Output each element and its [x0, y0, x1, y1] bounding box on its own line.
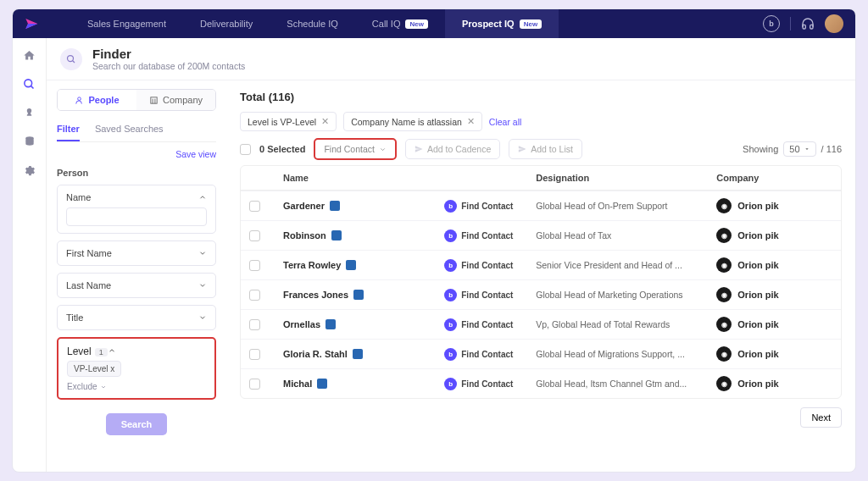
find-contact-row-button[interactable]: bFind Contact	[444, 318, 529, 331]
company-logo-icon: ◉	[716, 257, 732, 273]
row-name[interactable]: Frances Jones	[283, 290, 437, 300]
row-company[interactable]: ◉Orion pik	[716, 317, 832, 332]
selected-count: 0 Selected	[259, 144, 305, 154]
level-filter[interactable]: Level1 VP-Level x Exclude	[57, 337, 216, 400]
find-contact-row-button[interactable]: bFind Contact	[444, 229, 529, 242]
finder-icon	[60, 48, 82, 70]
find-contact-row-button[interactable]: bFind Contact	[444, 200, 529, 213]
filter-tab[interactable]: Filter	[57, 118, 80, 141]
row-name[interactable]: Gloria R. Stahl	[283, 349, 437, 359]
headset-icon[interactable]	[801, 17, 815, 30]
linkedin-icon[interactable]	[326, 319, 336, 329]
save-view-link[interactable]: Save view	[57, 149, 216, 159]
row-name[interactable]: Terra Rowley	[283, 260, 437, 270]
clear-all-link[interactable]: Clear all	[489, 117, 522, 127]
remove-chip-icon[interactable]: ✕	[467, 116, 475, 127]
database-icon[interactable]	[23, 135, 36, 148]
linkedin-icon[interactable]	[346, 260, 356, 270]
svg-point-5	[78, 97, 81, 100]
remove-chip-icon[interactable]: ✕	[321, 116, 329, 127]
saved-searches-tab[interactable]: Saved Searches	[95, 118, 164, 141]
linkedin-icon[interactable]	[317, 379, 327, 389]
people-toggle[interactable]: People	[58, 90, 136, 110]
search-button[interactable]: Search	[106, 413, 168, 435]
row-checkbox[interactable]	[249, 319, 260, 330]
find-contact-row-button[interactable]: bFind Contact	[444, 289, 529, 301]
table-row: Robinson bFind ContactGlobal Head of Tax…	[241, 220, 841, 250]
linkedin-icon[interactable]	[331, 230, 342, 240]
row-checkbox[interactable]	[249, 230, 260, 241]
row-company[interactable]: ◉Orion pik	[716, 198, 832, 213]
user-avatar[interactable]	[825, 14, 843, 33]
row-name[interactable]: Robinson	[283, 230, 437, 240]
nav-sales-engagement[interactable]: Sales Engagement	[70, 9, 183, 38]
exclude-link[interactable]: Exclude	[67, 382, 206, 391]
find-contact-row-button[interactable]: bFind Contact	[444, 378, 529, 390]
find-icon: b	[444, 289, 457, 301]
find-contact-button[interactable]: Find Contact	[314, 138, 397, 160]
row-name[interactable]: Gardener	[283, 201, 437, 211]
chevron-down-icon	[198, 313, 207, 322]
table-row: Michal bFind ContactGlobal Head, Itsm Ch…	[241, 368, 841, 398]
row-company[interactable]: ◉Orion pik	[716, 376, 832, 391]
chevron-down-icon	[100, 384, 107, 390]
caret-down-icon	[804, 146, 810, 152]
row-company[interactable]: ◉Orion pik	[716, 346, 832, 362]
nav-call-iq[interactable]: Call IQNew	[355, 9, 445, 38]
company-logo-icon: ◉	[716, 346, 732, 362]
total-pages: / 116	[821, 144, 842, 154]
row-checkbox[interactable]	[249, 201, 260, 212]
last-name-filter[interactable]: Last Name	[57, 273, 216, 298]
title-filter[interactable]: Title	[57, 305, 216, 330]
row-company[interactable]: ◉Orion pik	[716, 228, 832, 243]
nav-deliverability[interactable]: Deliverability	[183, 9, 270, 38]
settings-icon[interactable]	[23, 163, 36, 177]
linkedin-icon[interactable]	[330, 201, 340, 211]
name-filter[interactable]: Name	[57, 185, 216, 234]
row-company[interactable]: ◉Orion pik	[716, 287, 832, 302]
page-header: Finder Search our database of 200M conta…	[47, 38, 855, 80]
people-company-toggle: People Company	[57, 89, 216, 111]
page-size-select[interactable]: 50	[783, 141, 815, 157]
active-filter-chip[interactable]: Level is VP-Level✕	[240, 112, 337, 131]
chevron-up-icon	[198, 193, 207, 202]
company-toggle[interactable]: Company	[136, 90, 215, 110]
find-contact-row-button[interactable]: bFind Contact	[444, 348, 529, 361]
nav-schedule-iq[interactable]: Schedule IQ	[270, 9, 355, 38]
new-badge: New	[520, 19, 542, 29]
next-button[interactable]: Next	[800, 407, 842, 428]
company-logo-icon: ◉	[716, 376, 732, 391]
row-designation: Senior Vice President and Head of ...	[536, 260, 709, 270]
row-designation: Global Head of Marketing Operations	[536, 290, 709, 300]
company-logo-icon: ◉	[716, 228, 732, 243]
name-input[interactable]	[66, 207, 207, 226]
find-contact-row-button[interactable]: bFind Contact	[444, 259, 529, 272]
level-chip[interactable]: VP-Level x	[67, 361, 121, 377]
add-cadence-button[interactable]: Add to Cadence	[405, 139, 500, 159]
usage-icon[interactable]: b	[763, 15, 780, 32]
first-name-filter[interactable]: First Name	[57, 240, 216, 266]
linkedin-icon[interactable]	[353, 290, 364, 300]
home-icon[interactable]	[23, 48, 36, 62]
table-row: Gloria R. Stahl bFind ContactGlobal Head…	[241, 339, 841, 368]
nav-prospect-iq[interactable]: Prospect IQNew	[445, 9, 559, 38]
search-icon[interactable]	[23, 77, 36, 91]
select-all-checkbox[interactable]	[240, 144, 251, 155]
row-checkbox[interactable]	[249, 349, 260, 360]
row-designation: Global Head of On-Prem Support	[536, 201, 709, 211]
prospect-icon[interactable]	[23, 106, 36, 119]
active-filter-chip[interactable]: Company Name is atlassian✕	[343, 112, 482, 131]
row-company[interactable]: ◉Orion pik	[716, 257, 832, 273]
filter-panel: People Company Filter Saved Searches Sav…	[47, 80, 226, 472]
row-checkbox[interactable]	[249, 290, 260, 301]
chevron-down-icon	[198, 281, 207, 290]
row-name[interactable]: Michal	[283, 379, 437, 389]
linkedin-icon[interactable]	[353, 349, 363, 359]
row-checkbox[interactable]	[249, 260, 260, 271]
person-section: Person	[57, 168, 216, 178]
row-checkbox[interactable]	[249, 379, 260, 390]
add-list-button[interactable]: Add to List	[509, 139, 582, 159]
table-row: Ornellas bFind ContactVp, Global Head of…	[241, 309, 841, 339]
row-name[interactable]: Ornellas	[283, 319, 437, 329]
row-designation: Global Head of Migrations Support, ...	[536, 349, 709, 359]
